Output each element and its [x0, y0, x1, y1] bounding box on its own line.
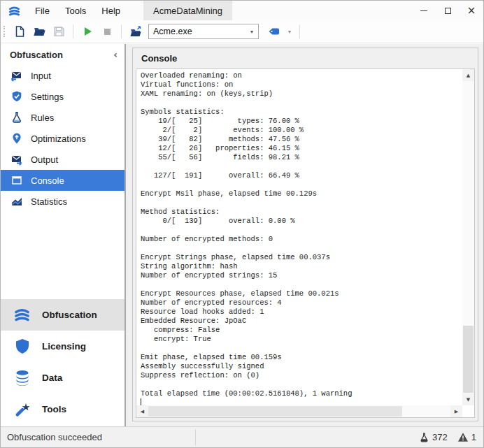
symbols-count: 372 [432, 432, 448, 442]
console-panel-title: Console [141, 53, 177, 64]
vertical-scroll-thumb[interactable] [463, 326, 474, 393]
input-icon [10, 69, 23, 82]
section-label: Data [42, 373, 62, 383]
sidebar-header: Obfuscation ‹ [1, 44, 124, 65]
sidebar-item-optimizations[interactable]: Optimizations [1, 128, 124, 149]
menu-help[interactable]: Help [94, 1, 128, 20]
toolbar-separator [121, 24, 122, 38]
titlebar: File Tools Help AcmeDataMining × [1, 1, 483, 20]
horizontal-scroll-thumb[interactable] [148, 406, 402, 417]
sidebar-item-rules[interactable]: Rules [1, 107, 124, 128]
console-panel-header: Console [133, 48, 478, 68]
toolbar-separator [299, 24, 300, 38]
warnings-indicator[interactable]: 1 [457, 432, 476, 442]
statusbar-separator [195, 429, 196, 445]
run-obfuscation-button[interactable] [78, 22, 97, 41]
scroll-down-icon[interactable]: ▼ [462, 393, 474, 405]
new-project-button[interactable] [10, 22, 29, 41]
section-data[interactable]: Data [1, 362, 124, 393]
save-project-button[interactable] [49, 22, 69, 41]
warnings-count: 1 [471, 432, 476, 442]
sidebar-item-label: Console [31, 175, 64, 186]
toolbar-separator [73, 24, 73, 38]
section-label: Licensing [42, 341, 86, 352]
sidebar-item-label: Statistics [31, 196, 67, 207]
collapse-sidebar-icon[interactable]: ‹ [113, 50, 118, 59]
output-icon [10, 153, 23, 166]
scroll-up-icon[interactable]: ▲ [462, 69, 474, 81]
console-log-text[interactable]: Overloaded renaming: on Virtual function… [136, 69, 462, 405]
pin-up-icon [10, 132, 23, 145]
flask-status-icon [419, 432, 429, 443]
target-assembly-select[interactable]: Acme.exe ▾ [148, 24, 259, 39]
app-window: File Tools Help AcmeDataMining × [0, 0, 484, 448]
console-window-icon [10, 174, 23, 187]
magic-wand-icon [13, 400, 31, 419]
console-output[interactable]: Overloaded renaming: on Virtual function… [136, 68, 475, 418]
shield-check-icon [10, 90, 23, 103]
sidebar: Obfuscation ‹ Input [1, 44, 126, 426]
sidebar-item-label: Rules [31, 113, 54, 123]
vertical-scrollbar[interactable]: ▲ ▼ [462, 69, 474, 405]
section-licensing[interactable]: Licensing [1, 331, 124, 362]
target-assembly-value: Acme.exe [149, 27, 245, 36]
tag-button[interactable] [264, 22, 284, 41]
scroll-right-icon[interactable]: ▶ [450, 405, 462, 417]
sidebar-header-title: Obfuscation [10, 50, 63, 60]
sidebar-item-label: Output [31, 154, 58, 165]
titlebar-drag-area [232, 1, 412, 20]
section-tools[interactable]: Tools [1, 393, 124, 425]
status-message: Obfuscation succeeded [1, 432, 102, 442]
save-icon [52, 25, 65, 38]
toolbar-grip[interactable] [3, 26, 5, 37]
area-chart-icon [10, 195, 23, 208]
app-body: Obfuscation ‹ Input [1, 44, 483, 426]
open-project-button[interactable] [29, 22, 49, 41]
licensing-shield-icon [13, 338, 31, 356]
section-label: Obfuscation [42, 310, 97, 320]
scroll-left-icon[interactable]: ◀ [136, 405, 148, 417]
export-folder-icon [129, 25, 143, 38]
new-document-icon [13, 25, 26, 38]
main-area: Console Overloaded renaming: on Virtual … [126, 44, 483, 426]
horizontal-scrollbar[interactable]: ◀ ▶ [136, 405, 462, 417]
scrollbar-corner [462, 405, 474, 417]
close-icon: × [467, 6, 476, 16]
menu-file[interactable]: File [27, 1, 57, 20]
tag-icon [268, 25, 280, 38]
sidebar-item-settings[interactable]: Settings [1, 86, 124, 107]
section-label: Tools [42, 404, 66, 414]
maximize-button[interactable] [436, 1, 460, 20]
sidebar-item-label: Settings [31, 92, 64, 102]
close-button[interactable]: × [460, 1, 483, 20]
sidebar-sections: Obfuscation Licensing [1, 299, 124, 425]
obfuscation-waves-icon [13, 306, 31, 324]
minimize-button[interactable] [412, 1, 436, 20]
statusbar-indicators: 372 1 [419, 432, 483, 443]
console-panel: Console Overloaded renaming: on Virtual … [132, 48, 478, 421]
flask-icon [10, 111, 23, 124]
open-folder-icon [33, 25, 46, 38]
sidebar-item-output[interactable]: Output [1, 149, 124, 170]
sidebar-item-label: Optimizations [31, 133, 86, 144]
document-tab[interactable]: AcmeDataMining [143, 1, 232, 20]
maximize-icon [445, 8, 451, 14]
run-icon [81, 25, 94, 38]
sidebar-item-label: Input [31, 71, 51, 81]
warning-icon [457, 432, 469, 442]
open-output-button[interactable] [126, 22, 145, 41]
sidebar-item-console[interactable]: Console [1, 170, 124, 191]
app-logo-icon [1, 1, 27, 20]
symbols-indicator[interactable]: 372 [419, 432, 448, 443]
sidebar-item-statistics[interactable]: Statistics [1, 191, 124, 212]
sidebar-item-input[interactable]: Input [1, 65, 124, 86]
menu-tools[interactable]: Tools [57, 1, 94, 20]
statusbar: Obfuscation succeeded 372 1 [1, 426, 483, 447]
stop-icon [101, 25, 113, 38]
combo-dropdown-icon[interactable]: ▾ [245, 29, 258, 35]
section-obfuscation[interactable]: Obfuscation [1, 299, 124, 331]
tag-dropdown-icon[interactable]: ▾ [284, 29, 295, 35]
toolbar: Acme.exe ▾ ▾ [1, 20, 483, 43]
minimize-icon [420, 10, 427, 11]
stop-button[interactable] [97, 22, 117, 41]
